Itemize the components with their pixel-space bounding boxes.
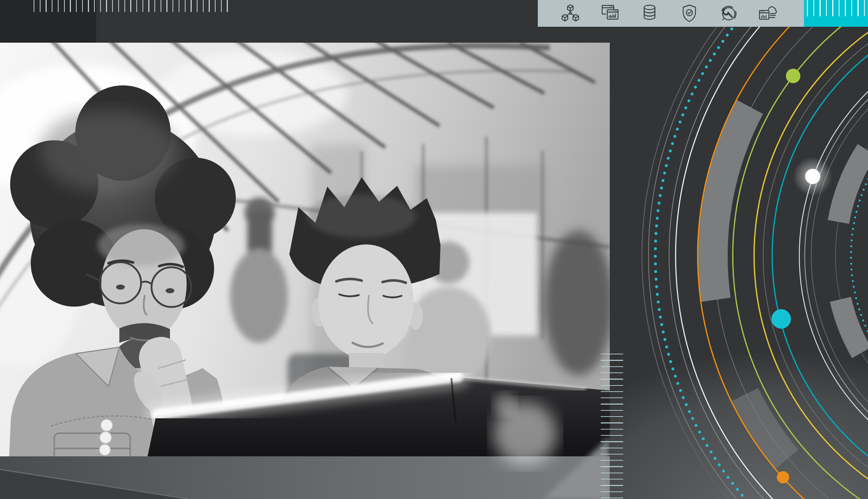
orbit-ring-segment [712,107,750,300]
stripe-mark [221,0,222,12]
white-planet-dot [805,169,820,184]
stripe-mark [858,0,859,16]
stripe-mark [58,0,59,12]
office-photo-scene [0,43,610,499]
stripe-mark [76,0,77,12]
shield-check-icon [679,3,699,24]
orbit-ring-segment [745,395,787,460]
stripe-mark [601,473,623,473]
stripe-mark [864,0,865,16]
stripe-mark [832,0,833,16]
stripe-mark [601,416,623,417]
stripe-mark [601,485,623,486]
stripe-mark [601,391,623,392]
stripe-mark [191,0,191,12]
cyan-planet-dot [771,309,791,329]
stripe-mark [601,479,623,479]
teal-line-pattern [601,354,624,499]
stripe-mark [136,0,137,12]
report-windows-icon [600,3,620,24]
stripe-mark [601,410,623,411]
stripe-mark [148,0,149,12]
stripe-mark [601,360,623,361]
stripe-mark [197,0,197,12]
blockchain-cubes-icon [560,3,580,24]
stripe-mark [807,0,808,16]
stripe-mark [166,0,167,12]
stripe-mark [64,0,65,12]
stripe-mark [601,366,623,367]
stripe-mark [52,0,52,12]
stripe-mark [88,0,89,12]
icon-bar [538,0,804,27]
stripe-mark [826,0,827,16]
orbit-dots [771,69,833,483]
stripe-mark [179,0,179,12]
stripe-mark [601,354,623,354]
stripe-mark [154,0,155,12]
cloud-report-icon [757,3,777,24]
top-tick-marks [0,0,253,14]
cyan-block-stripes [804,0,868,27]
database-icon [639,3,660,24]
stripe-mark [40,0,41,12]
orbit-ring-line [799,25,868,486]
stripe-mark [601,466,623,467]
bokeh-light-small [493,393,516,416]
stripe-mark [227,0,227,12]
stripe-mark [209,0,209,12]
person-right-face [318,244,414,359]
stripe-mark [118,0,119,12]
orbit-rings [642,0,868,499]
stripe-mark [185,0,186,12]
orange-planet-dot [777,471,789,483]
stripe-mark [215,0,216,12]
stripe-mark [142,0,143,12]
stripe-mark [34,0,34,12]
stripe-mark [601,454,623,455]
cyan-corner-block [804,0,868,27]
stripe-mark [173,0,173,12]
orbit-ring-line [835,61,868,450]
stripe-mark [601,429,623,430]
stripe-mark [839,0,840,16]
stripe-mark [70,0,71,12]
orbit-ring-line [811,37,868,474]
wrench-bubble-icon [719,3,739,24]
orbit-ring-segment [841,299,861,353]
stripe-mark [820,0,821,16]
stripe-mark [601,441,623,442]
stripe-mark [161,0,161,12]
stripe-mark [601,435,623,436]
stripe-mark [100,0,101,12]
stripe-mark [601,404,623,404]
office-photo [0,43,610,499]
stripe-mark [601,397,623,398]
stripe-mark [106,0,107,12]
stripe-mark [46,0,46,12]
hero-banner: { "canvas": {"width": 2400, "height": 13… [0,0,868,499]
stripe-mark [82,0,83,12]
green-planet-dot [786,69,800,83]
stripe-mark [601,372,623,373]
orbit-ring-dotted [851,77,868,434]
stripe-mark [601,448,623,448]
stripe-mark [94,0,95,12]
stripe-mark [130,0,131,12]
stripe-mark [601,491,623,492]
stripe-mark [601,460,623,461]
stripe-mark [845,0,846,16]
stripe-mark [124,0,125,12]
stripe-mark [601,422,623,423]
stripe-mark [813,0,814,16]
orbit-ring-segment [838,150,867,222]
stripe-mark [601,385,623,386]
stripe-mark [601,498,623,498]
stripe-mark [112,0,113,12]
stripe-mark [851,0,852,16]
stripe-mark [203,0,204,12]
stripe-mark [601,379,623,379]
